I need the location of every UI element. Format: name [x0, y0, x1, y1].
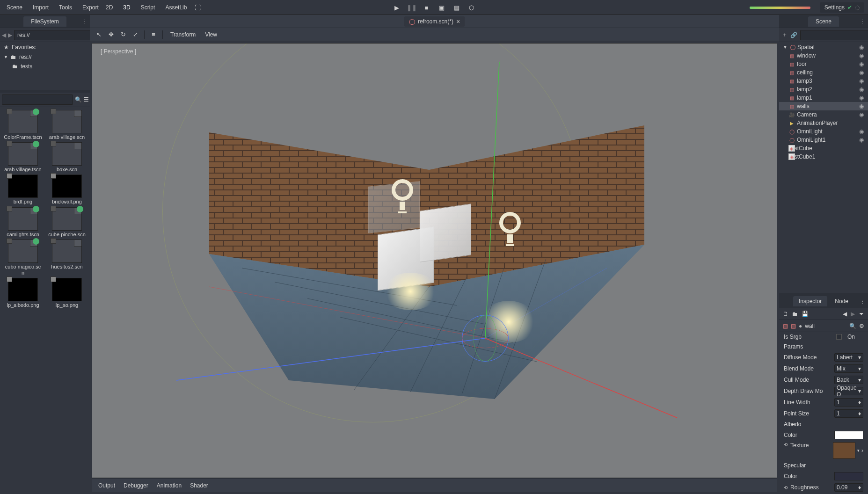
file-item[interactable]: arab village.scn — [46, 110, 88, 140]
play-custom-icon[interactable]: ▤ — [452, 2, 462, 13]
file-item[interactable]: camlights.tscn — [2, 207, 44, 238]
filesystem-tab[interactable]: FileSystem — [23, 16, 66, 27]
dock-options-icon[interactable]: ⋮ — [860, 299, 864, 304]
play-icon[interactable]: ▶ — [392, 2, 402, 13]
path-input[interactable] — [14, 30, 91, 40]
file-item[interactable]: lp_albedo.png — [2, 278, 44, 308]
gear-icon[interactable]: ⚙ — [859, 323, 864, 329]
play-scene-icon[interactable]: ▣ — [437, 2, 447, 13]
spinbox[interactable]: 1♦ — [834, 409, 863, 418]
search-icon[interactable]: 🔍 — [849, 323, 856, 329]
scene-filter-input[interactable] — [800, 30, 868, 40]
history-fwd-icon[interactable]: ▶ — [851, 311, 855, 317]
list-select-icon[interactable]: ≡ — [148, 29, 159, 40]
tree-node-lamp3[interactable]: ▧lamp3◉ — [779, 77, 868, 85]
select-icon[interactable]: ↖ — [94, 29, 104, 40]
tree-node-animationplayer[interactable]: ▶AnimationPlayer — [779, 119, 868, 127]
view-menu[interactable]: View — [201, 31, 221, 38]
color-picker[interactable] — [834, 431, 863, 439]
transform-menu[interactable]: Transform — [167, 31, 199, 38]
tests-folder[interactable]: 🖿tests — [0, 62, 90, 71]
color-picker[interactable] — [834, 472, 863, 480]
file-item[interactable]: brdf.png — [2, 174, 44, 205]
mode-2d[interactable]: 2D — [101, 1, 117, 14]
visibility-icon[interactable]: ◉ — [858, 94, 865, 101]
dropdown[interactable]: Back▾ — [834, 376, 863, 384]
spinbox[interactable]: 1♦ — [834, 398, 863, 407]
tree-node-testcube[interactable]: ◈TestCube — [779, 144, 868, 153]
history-back-icon[interactable]: ◀ — [843, 311, 847, 317]
visibility-icon[interactable]: ◉ — [858, 52, 865, 59]
expand-icon[interactable]: › — [861, 447, 863, 454]
stop-icon[interactable]: ■ — [422, 2, 432, 13]
file-item[interactable]: ColorFrame.tscn — [2, 110, 44, 140]
dropdown[interactable]: Opaque O▾ — [834, 387, 863, 395]
output-tab[interactable]: Output — [98, 482, 115, 489]
distraction-free-icon[interactable]: ⛶ — [192, 2, 203, 13]
visibility-icon[interactable]: ◉ — [858, 137, 865, 143]
dock-options-icon[interactable]: ⋮ — [82, 19, 86, 24]
debugger-tab[interactable]: Debugger — [124, 482, 148, 489]
node-tab[interactable]: Node — [829, 296, 854, 306]
inspector-tab[interactable]: Inspector — [793, 296, 827, 306]
load-resource-icon[interactable]: 🖿 — [792, 311, 798, 317]
tree-node-omnilight[interactable]: ◯OmniLight◉ — [779, 127, 868, 136]
rotate-icon[interactable]: ↻ — [118, 29, 128, 40]
revert-icon[interactable]: ⟲ — [784, 442, 788, 447]
spinbox[interactable]: 0.09♦ — [834, 483, 863, 492]
visibility-icon[interactable]: ◉ — [858, 103, 865, 109]
pause-icon[interactable]: ❚❚ — [407, 2, 417, 13]
move-icon[interactable]: ✥ — [106, 29, 116, 40]
visibility-icon[interactable]: ◉ — [858, 69, 865, 76]
remote-debug-icon[interactable]: ⬡ — [467, 2, 477, 13]
settings-button[interactable]: Settings ✔ ◌ — [820, 2, 864, 13]
file-item[interactable]: cube pinche.scn — [46, 207, 88, 238]
mode-script[interactable]: Script — [136, 1, 160, 14]
mode-assetlib[interactable]: AssetLib — [160, 1, 191, 14]
scene-dock-tab[interactable]: Scene — [808, 16, 839, 27]
visibility-icon[interactable]: ◉ — [858, 61, 865, 67]
menu-tools[interactable]: Tools — [54, 1, 77, 14]
res-folder[interactable]: ▼🖿res:// — [0, 52, 90, 62]
tree-node-lamp2[interactable]: ▧lamp2◉ — [779, 85, 868, 94]
dropdown[interactable]: Mix▾ — [834, 364, 863, 373]
file-search-input[interactable] — [2, 94, 73, 105]
file-item[interactable]: brickwall.png — [46, 174, 88, 205]
dropdown-caret-icon[interactable]: ▾ — [857, 448, 860, 453]
file-item[interactable]: boxe.scn — [46, 142, 88, 173]
tree-node-walls[interactable]: ▧walls◉ — [779, 102, 868, 110]
mode-3d[interactable]: 3D — [118, 1, 135, 14]
new-resource-icon[interactable]: 🗋 — [783, 311, 788, 317]
scene-tab[interactable]: ◯ refroom.scn(*) × — [404, 16, 465, 27]
search-icon[interactable]: 🔍 — [75, 96, 82, 103]
texture-thumb[interactable] — [833, 442, 855, 459]
file-item[interactable]: cubo magico.scn — [2, 240, 44, 276]
menu-scene[interactable]: Scene — [2, 1, 27, 14]
visibility-icon[interactable]: ◉ — [858, 128, 865, 135]
shader-tab[interactable]: Shader — [190, 482, 208, 489]
dock-options-icon[interactable]: ⋮ — [860, 19, 864, 24]
save-resource-icon[interactable]: 💾 — [802, 311, 809, 317]
tree-node-omnilight1[interactable]: ◯OmniLight1◉ — [779, 136, 868, 144]
visibility-icon[interactable]: ◉ — [858, 78, 865, 84]
visibility-icon[interactable]: ◉ — [858, 86, 865, 93]
tree-node-lamp1[interactable]: ▧lamp1◉ — [779, 94, 868, 102]
visibility-icon[interactable]: ◉ — [858, 111, 865, 118]
link-icon[interactable]: 🔗 — [790, 32, 797, 38]
revert-icon[interactable]: ⟲ — [784, 485, 788, 490]
tree-node-spatial[interactable]: ▼Spatial◉ — [779, 43, 868, 51]
tree-node-ceiling[interactable]: ▧ceiling◉ — [779, 68, 868, 77]
tree-node-camera[interactable]: 🎥Camera◉ — [779, 110, 868, 119]
tree-node-window[interactable]: ▧window◉ — [779, 51, 868, 60]
menu-import[interactable]: Import — [28, 1, 53, 14]
viewport-3d[interactable]: [ Perspective ] — [92, 43, 777, 478]
tree-node-testcube1[interactable]: ◈TestCube1 — [779, 153, 868, 161]
history-menu-icon[interactable]: ⏷ — [859, 311, 864, 317]
file-item[interactable]: huesitos2.scn — [46, 240, 88, 276]
close-icon[interactable]: × — [456, 18, 460, 25]
forward-icon[interactable]: ▶ — [8, 31, 12, 39]
file-item[interactable]: lp_ao.png — [46, 278, 88, 308]
back-icon[interactable]: ◀ — [2, 31, 6, 39]
dropdown[interactable]: Labert▾ — [834, 353, 863, 362]
view-mode-icon[interactable]: ☰ — [84, 96, 89, 103]
